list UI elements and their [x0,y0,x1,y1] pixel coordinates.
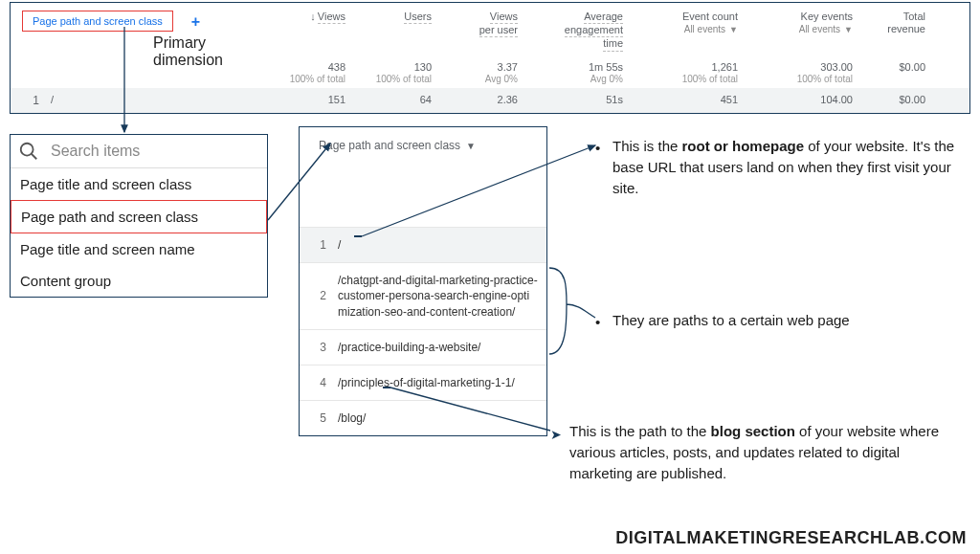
row-rev: $0.00 [853,94,939,105]
page-row-index: 4 [307,376,326,389]
sum-users: 130 [414,61,432,73]
row-views: 151 [259,94,345,105]
sum-avg-eng: 1m 55s [589,61,623,73]
sum-avg-eng-pct: Avg 0% [590,74,623,84]
search-box[interactable] [11,135,267,168]
page-row[interactable]: 4 /principles-of-digital-marketing-1-1/ [300,365,546,400]
sum-evc-pct: 100% of total [682,74,738,84]
col-avg-eng-l1: Average [584,11,623,24]
page-row-index: 2 [307,289,326,302]
dimension-option[interactable]: Page title and screen name [11,233,267,265]
row-path: / [39,94,259,105]
pages-list-heading[interactable]: Page path and screen class▼ [300,127,546,160]
sum-key: 303.00 [820,61,853,73]
page-row[interactable]: 2 /chatgpt-and-digital-marketing-practic… [300,262,546,329]
chevron-down-icon: ▼ [729,25,738,34]
col-views-per-user-l1: Views [490,11,518,24]
primary-dimension-label: Primary dimension [153,34,223,69]
dimension-option[interactable]: Content group [11,265,267,297]
page-row[interactable]: 1 / [300,227,546,262]
page-row-index: 5 [307,411,326,425]
sum-vpu-pct: Avg 0% [485,74,518,84]
page-row-index: 3 [307,341,326,354]
chevron-down-icon: ▼ [466,141,476,151]
col-avg-eng-l3: time [603,37,623,51]
sum-rev: $0.00 [899,61,925,73]
row-index: 1 [11,94,39,107]
annotation-root: • This is the root or homepage of your w… [612,136,957,198]
col-users[interactable]: Users [404,11,432,24]
add-dimension-button[interactable]: + [191,13,200,31]
svg-line-1 [32,154,37,160]
sum-users-pct: 100% of total [376,74,432,84]
dimension-pill[interactable]: Page path and screen class [22,11,173,32]
search-icon [18,141,39,162]
row-avg-eng: 51s [518,94,623,105]
col-views[interactable]: Views [318,11,345,24]
page-row-path: /principles-of-digital-marketing-1-1/ [338,375,539,390]
event-count-filter[interactable]: All events▼ [684,24,738,34]
sum-views-pct: 100% of total [290,74,345,84]
svg-point-0 [21,144,33,156]
annotation-paths: • They are paths to a certain web page [612,310,938,331]
page-row-index: 1 [307,238,326,252]
sum-key-pct: 100% of total [797,74,853,84]
dimension-option[interactable]: Page title and screen class [11,168,267,200]
col-total-rev-l2: revenue [887,23,925,34]
col-views-per-user-l2: per user [479,24,518,37]
key-events-filter[interactable]: All events▼ [799,24,853,34]
dimension-option-selected[interactable]: Page path and screen class [11,200,267,233]
row-key: 104.00 [738,94,853,105]
page-row-path: /blog/ [338,410,539,426]
chevron-down-icon: ▼ [844,25,853,34]
page-row-path: /chatgpt-and-digital-marketing-practice-… [338,273,539,320]
watermark: DIGITALMAKETINGRESEARCHLAB.COM [615,528,967,548]
search-input[interactable] [51,143,259,160]
dimension-picker: Page title and screen class Page path an… [10,134,268,298]
sort-desc-icon[interactable]: ↓ [310,11,316,23]
row-evc: 451 [623,94,738,105]
page-row[interactable]: 3 /practice-building-a-website/ [300,329,546,365]
annotation-blog: ➤ This is the path to the blog section o… [569,421,943,483]
sum-vpu: 3.37 [498,61,518,73]
page-row-path: / [338,237,539,253]
row-users: 64 [345,94,432,105]
page-row-path: /practice-building-a-website/ [338,340,539,355]
sum-views: 438 [328,61,345,73]
table-row[interactable]: 1 / 151 64 2.36 51s 451 104.00 $0.00 [11,88,969,113]
page-row[interactable]: 5 /blog/ [300,400,546,435]
sum-evc: 1,261 [711,61,738,73]
col-avg-eng-l2: engagement [565,24,623,37]
col-event-count: Event count [682,11,738,22]
row-vpu: 2.36 [432,94,518,105]
col-total-rev-l1: Total [903,11,925,22]
arrowhead-icon: ➤ [550,425,562,444]
pages-list-panel: Page path and screen class▼ 1 / 2 /chatg… [299,126,547,436]
col-key-events: Key events [801,11,853,22]
